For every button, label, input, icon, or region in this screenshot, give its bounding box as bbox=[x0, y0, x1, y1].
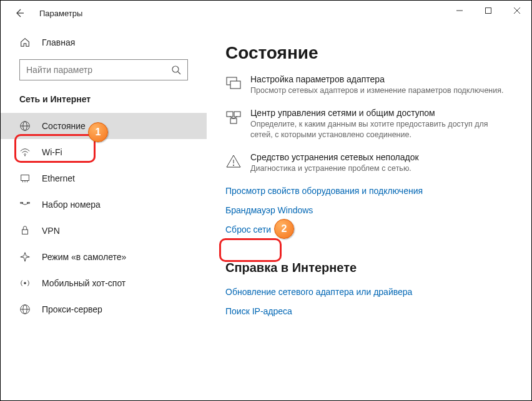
maximize-button[interactable] bbox=[474, 1, 503, 21]
sidebar-home[interactable]: Главная bbox=[1, 32, 207, 53]
option-sharing-center[interactable]: Центр управления сетями и общим доступом… bbox=[225, 108, 506, 141]
svg-point-17 bbox=[24, 282, 26, 284]
sidebar: Главная Найти параметр Сеть и Интернет С… bbox=[1, 26, 207, 400]
wifi-icon bbox=[19, 147, 31, 158]
vpn-icon bbox=[19, 225, 31, 236]
svg-rect-23 bbox=[227, 112, 233, 117]
ethernet-icon bbox=[19, 173, 31, 184]
sidebar-item-label: Мобильный хот-спот bbox=[42, 278, 126, 288]
titlebar: Параметры bbox=[1, 1, 531, 26]
home-icon bbox=[19, 37, 31, 48]
svg-rect-22 bbox=[230, 81, 240, 89]
help-link-update-adapter[interactable]: Обновление сетевого адаптера или драйвер… bbox=[225, 287, 412, 297]
svg-point-29 bbox=[233, 165, 234, 166]
sidebar-item-label: Состояние bbox=[42, 121, 86, 131]
link-firewall[interactable]: Брандмауэр Windows bbox=[225, 205, 313, 215]
link-hardware-properties[interactable]: Просмотр свойств оборудования и подключе… bbox=[225, 186, 423, 196]
svg-rect-15 bbox=[27, 202, 30, 203]
option-adapter-settings[interactable]: Настройка параметров адаптера Просмотр с… bbox=[225, 74, 506, 97]
maximize-icon bbox=[485, 7, 491, 14]
svg-rect-25 bbox=[230, 118, 237, 123]
sidebar-item-proxy[interactable]: Прокси-сервер bbox=[1, 296, 207, 322]
minimize-icon bbox=[456, 7, 463, 14]
option-troubleshoot[interactable]: Средство устранения сетевых неполадок Ди… bbox=[225, 152, 506, 175]
sidebar-item-label: Режим «в самолете» bbox=[42, 252, 126, 262]
svg-rect-24 bbox=[234, 112, 240, 117]
option-desc: Просмотр сетевых адаптеров и изменение п… bbox=[250, 85, 503, 97]
help-title: Справка в Интернете bbox=[225, 261, 506, 275]
svg-line-5 bbox=[178, 72, 180, 74]
sidebar-item-label: Wi-Fi bbox=[42, 147, 62, 157]
sidebar-category: Сеть и Интернет bbox=[1, 94, 207, 113]
sidebar-item-label: Ethernet bbox=[42, 173, 75, 183]
sidebar-item-dialup[interactable]: Набор номера bbox=[1, 191, 207, 218]
sidebar-item-airplane[interactable]: Режим «в самолете» bbox=[1, 244, 207, 270]
close-icon bbox=[514, 7, 520, 14]
window-title: Параметры bbox=[39, 9, 82, 18]
arrow-left-icon bbox=[14, 8, 24, 18]
help-link-find-ip[interactable]: Поиск IP-адреса bbox=[225, 306, 292, 316]
svg-point-4 bbox=[172, 66, 179, 72]
sidebar-item-label: Набор номера bbox=[42, 200, 101, 210]
content: Состояние Настройка параметров адаптера … bbox=[207, 26, 531, 400]
warning-icon bbox=[225, 153, 242, 170]
sidebar-item-label: Прокси-сервер bbox=[42, 304, 102, 314]
status-icon bbox=[19, 120, 31, 132]
back-button[interactable] bbox=[13, 7, 26, 19]
svg-rect-1 bbox=[486, 8, 491, 14]
sidebar-item-status[interactable]: Состояние bbox=[1, 113, 207, 139]
option-title: Центр управления сетями и общим доступом bbox=[250, 108, 506, 118]
search-input[interactable]: Найти параметр bbox=[19, 59, 188, 80]
minimize-button[interactable] bbox=[445, 1, 474, 21]
sidebar-item-vpn[interactable]: VPN bbox=[1, 218, 207, 244]
sharing-icon bbox=[225, 109, 242, 125]
svg-rect-10 bbox=[21, 175, 29, 181]
search-placeholder: Найти параметр bbox=[26, 65, 92, 75]
search-icon bbox=[171, 65, 181, 75]
close-button[interactable] bbox=[503, 1, 531, 21]
option-desc: Диагностика и устранение проблем с сетью… bbox=[250, 163, 419, 175]
svg-rect-14 bbox=[21, 202, 23, 203]
sidebar-item-hotspot[interactable]: Мобильный хот-спот bbox=[1, 270, 207, 296]
sidebar-home-label: Главная bbox=[42, 37, 75, 47]
sidebar-item-wifi[interactable]: Wi-Fi bbox=[1, 139, 207, 165]
page-title: Состояние bbox=[225, 43, 506, 63]
hotspot-icon bbox=[19, 278, 31, 289]
adapter-icon bbox=[225, 75, 242, 92]
dialup-icon bbox=[19, 199, 31, 210]
sidebar-item-label: VPN bbox=[42, 226, 60, 236]
link-network-reset[interactable]: Сброс сети bbox=[225, 225, 271, 234]
airplane-icon bbox=[19, 251, 31, 263]
option-title: Настройка параметров адаптера bbox=[250, 74, 503, 84]
svg-rect-16 bbox=[22, 229, 28, 234]
svg-point-9 bbox=[24, 155, 26, 157]
sidebar-item-ethernet[interactable]: Ethernet bbox=[1, 165, 207, 191]
option-desc: Определите, к каким данным вы хотите пре… bbox=[250, 119, 506, 141]
option-title: Средство устранения сетевых неполадок bbox=[250, 152, 419, 162]
window-controls bbox=[445, 1, 531, 21]
proxy-icon bbox=[19, 304, 31, 315]
